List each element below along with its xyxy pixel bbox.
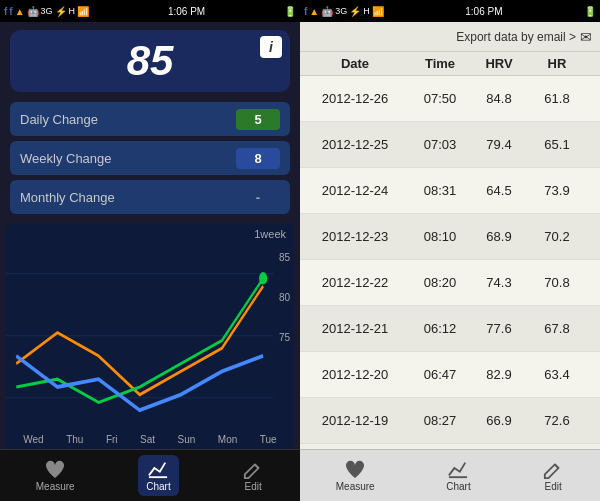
- table-row[interactable]: 2012-12-21 06:12 77.6 67.8: [300, 306, 600, 352]
- chart-days: Wed Thu Fri Sat Sun Mon Tue: [6, 434, 294, 445]
- android-icon-r: 🤖: [321, 6, 333, 17]
- day-tue: Tue: [260, 434, 277, 445]
- monthly-change-label: Monthly Change: [20, 190, 115, 205]
- cell-hrv-4: 74.3: [470, 275, 528, 290]
- bluetooth-icon: ⚡: [55, 6, 67, 17]
- cell-time-4: 08:20: [410, 275, 470, 290]
- day-fri: Fri: [106, 434, 118, 445]
- cell-hr-2: 73.9: [528, 183, 586, 198]
- day-sat: Sat: [140, 434, 155, 445]
- signal-icon: 📶: [77, 6, 89, 17]
- fb2-icon: f: [9, 6, 12, 17]
- cell-time-5: 06:12: [410, 321, 470, 336]
- cell-hr-1: 65.1: [528, 137, 586, 152]
- chart-area: 1week 85 80 75 Wed Thu Fri Sat Sun Mon: [6, 224, 294, 449]
- nav-edit-label-left: Edit: [245, 481, 262, 492]
- daily-change-label: Daily Change: [20, 112, 98, 127]
- cell-hrv-6: 82.9: [470, 367, 528, 382]
- cell-hrv-3: 68.9: [470, 229, 528, 244]
- nav-measure-label-left: Measure: [36, 481, 75, 492]
- right-panel: f ▲ 🤖 3G ⚡ H 📶 1:06 PM 🔋 Export data by …: [300, 0, 600, 501]
- left-status-icons: f f ▲ 🤖 3G ⚡ H 📶: [4, 6, 89, 17]
- cell-date-0: 2012-12-26: [300, 91, 410, 106]
- day-wed: Wed: [23, 434, 43, 445]
- fb-icon-r: f: [304, 6, 307, 17]
- nav-measure-label-right: Measure: [336, 481, 375, 492]
- 3g-icon: 3G: [41, 6, 53, 16]
- col-header-hrv: HRV: [470, 56, 528, 71]
- daily-change-row: Daily Change 5: [10, 102, 290, 136]
- nav-chart-label-left: Chart: [146, 481, 170, 492]
- nav-chart-left[interactable]: Chart: [138, 455, 178, 496]
- hrv-display: 85 i: [10, 30, 290, 92]
- nav-chart-label-right: Chart: [446, 481, 470, 492]
- col-header-time: Time: [410, 56, 470, 71]
- cell-time-3: 08:10: [410, 229, 470, 244]
- 3g-icon-r: 3G: [335, 6, 347, 16]
- table-row[interactable]: 2012-12-22 08:20 74.3 70.8: [300, 260, 600, 306]
- alert-icon-r: ▲: [309, 6, 319, 17]
- heart-icon-right: [344, 459, 366, 479]
- cell-hr-6: 63.4: [528, 367, 586, 382]
- fb-icon: f: [4, 6, 7, 17]
- export-link[interactable]: Export data by email >: [456, 30, 576, 44]
- battery-icon-r: 🔋: [584, 6, 596, 17]
- svg-point-3: [259, 272, 267, 284]
- cell-date-6: 2012-12-20: [300, 367, 410, 382]
- cell-hrv-2: 64.5: [470, 183, 528, 198]
- nav-edit-right[interactable]: Edit: [534, 455, 572, 496]
- table-row[interactable]: 2012-12-23 08:10 68.9 70.2: [300, 214, 600, 260]
- monthly-change-value: -: [236, 187, 280, 208]
- stats-container: Daily Change 5 Weekly Change 8 Monthly C…: [10, 102, 290, 214]
- table-row[interactable]: 2012-12-20 06:47 82.9 63.4: [300, 352, 600, 398]
- table-row[interactable]: 2012-12-24 08:31 64.5 73.9: [300, 168, 600, 214]
- col-header-date: Date: [300, 56, 410, 71]
- svg-line-5: [255, 464, 259, 468]
- export-mail-icon: ✉: [580, 29, 592, 45]
- cell-hrv-0: 84.8: [470, 91, 528, 106]
- svg-line-7: [555, 464, 559, 468]
- status-bar-right: f ▲ 🤖 3G ⚡ H 📶 1:06 PM 🔋: [300, 0, 600, 22]
- nav-measure-right[interactable]: Measure: [328, 455, 383, 496]
- cell-date-5: 2012-12-21: [300, 321, 410, 336]
- cell-hrv-1: 79.4: [470, 137, 528, 152]
- edit-icon-left: [242, 459, 264, 479]
- battery-icon: 🔋: [284, 6, 296, 17]
- cell-date-1: 2012-12-25: [300, 137, 410, 152]
- cell-time-2: 08:31: [410, 183, 470, 198]
- nav-chart-right[interactable]: Chart: [438, 455, 478, 496]
- export-bar[interactable]: Export data by email > ✉: [300, 22, 600, 52]
- table-header: Date Time HRV HR: [300, 52, 600, 76]
- day-sun: Sun: [178, 434, 196, 445]
- edit-icon-right: [542, 459, 564, 479]
- chart-icon-right: [447, 459, 469, 479]
- heart-icon-left: [44, 459, 66, 479]
- cell-date-7: 2012-12-19: [300, 413, 410, 428]
- daily-change-value: 5: [236, 109, 280, 130]
- nav-edit-label-right: Edit: [545, 481, 562, 492]
- bluetooth-icon-r: ⚡: [349, 6, 361, 17]
- cell-time-6: 06:47: [410, 367, 470, 382]
- weekly-change-label: Weekly Change: [20, 151, 112, 166]
- info-button[interactable]: i: [260, 36, 282, 58]
- hrv-number: 85: [127, 37, 174, 85]
- cell-date-3: 2012-12-23: [300, 229, 410, 244]
- cell-hrv-7: 66.9: [470, 413, 528, 428]
- h-plus-icon-r: H: [363, 6, 370, 16]
- day-thu: Thu: [66, 434, 83, 445]
- signal-icon-r: 📶: [372, 6, 384, 17]
- nav-edit-left[interactable]: Edit: [234, 455, 272, 496]
- h-plus-icon: H: [69, 6, 76, 16]
- nav-measure-left[interactable]: Measure: [28, 455, 83, 496]
- table-row[interactable]: 2012-12-25 07:03 79.4 65.1: [300, 122, 600, 168]
- status-bar-left: f f ▲ 🤖 3G ⚡ H 📶 1:06 PM 🔋: [0, 0, 300, 22]
- cell-hr-7: 72.6: [528, 413, 586, 428]
- cell-date-4: 2012-12-22: [300, 275, 410, 290]
- day-mon: Mon: [218, 434, 237, 445]
- table-row[interactable]: 2012-12-19 08:27 66.9 72.6: [300, 398, 600, 444]
- time-left: 1:06 PM: [168, 6, 205, 17]
- cell-date-2: 2012-12-24: [300, 183, 410, 198]
- cell-time-1: 07:03: [410, 137, 470, 152]
- weekly-change-row: Weekly Change 8: [10, 141, 290, 175]
- table-row[interactable]: 2012-12-26 07:50 84.8 61.8: [300, 76, 600, 122]
